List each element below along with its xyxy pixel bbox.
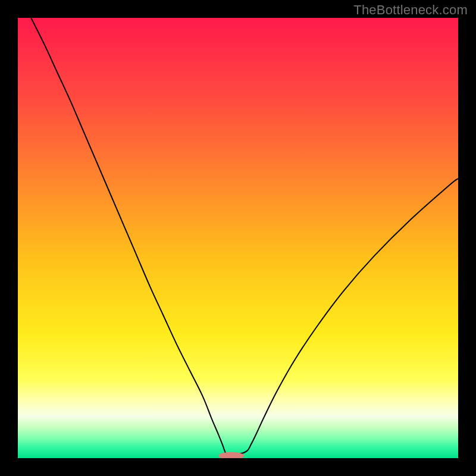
watermark-text: TheBottleneck.com (353, 2, 468, 18)
chart-svg (18, 18, 458, 458)
plot-area (18, 18, 458, 458)
frame: TheBottleneck.com (0, 0, 476, 476)
